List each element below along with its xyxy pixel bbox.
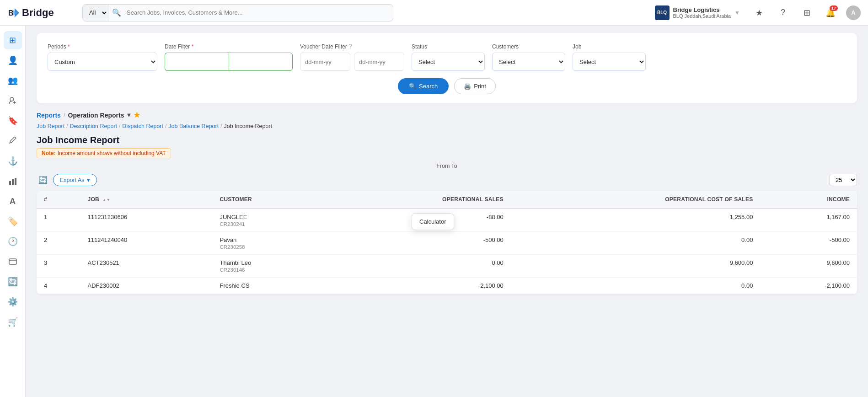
cell-customer: JUNGLEE CR230241	[212, 209, 326, 232]
voucher-help-icon[interactable]: ?	[348, 42, 352, 50]
customer-ref: CR230146	[220, 267, 319, 273]
cell-customer: Thambi Leo CR230146	[212, 255, 326, 278]
customer-name: Thambi Leo	[220, 259, 319, 266]
periods-label: Periods *	[48, 43, 157, 50]
favorite-star-icon[interactable]: ★	[134, 111, 140, 119]
export-chevron-icon: ▾	[87, 177, 90, 183]
col-num: #	[37, 191, 80, 209]
svg-rect-10	[9, 259, 16, 264]
table-row: 2 111241240040 Pavan CR230258 -500.00 0.…	[37, 232, 857, 255]
export-label: Export As	[60, 177, 85, 183]
sidebar-item-tag[interactable]: 🏷️	[4, 212, 22, 231]
company-location: BLQ Jeddah,Saudi Arabia	[673, 13, 731, 19]
company-selector[interactable]: BLQ Bridge Logistics BLQ Jeddah,Saudi Ar…	[651, 4, 744, 22]
search-input[interactable]	[121, 5, 393, 21]
operation-reports-chevron-icon[interactable]: ▼	[126, 112, 132, 118]
subnav-job-income-report: Job Income Report	[224, 123, 272, 129]
sidebar-item-add-user[interactable]	[4, 91, 22, 110]
job-sort-icon[interactable]: ▲▼	[102, 198, 110, 202]
apps-btn[interactable]: ⊞	[798, 5, 815, 21]
periods-select[interactable]: Custom	[48, 53, 157, 71]
sidebar-item-chart[interactable]	[4, 172, 22, 190]
sidebar-item-refresh[interactable]: 🔄	[4, 273, 22, 291]
cell-job[interactable]: 111241240040	[80, 232, 212, 255]
sidebar-item-anchor[interactable]: ⚓	[4, 152, 22, 170]
table-row: 4 ADF230002 Freshie CS -2,100.00 0.00 -2…	[37, 278, 857, 294]
export-button[interactable]: Export As ▾	[53, 174, 97, 186]
cell-job[interactable]: ADF230002	[80, 278, 212, 294]
col-job[interactable]: JOB ▲▼	[80, 191, 212, 209]
notification-count: 17	[830, 5, 838, 11]
toolbar-left: 🔄 Export As ▾	[37, 174, 97, 186]
note-label: Note:	[42, 150, 56, 156]
search-btn-icon: 🔍	[409, 83, 416, 90]
customers-select[interactable]: Select	[492, 53, 565, 71]
status-filter-group: Status Select	[412, 43, 485, 71]
logo-area: B Bridge	[7, 6, 71, 19]
voucher-from-input[interactable]	[300, 53, 350, 71]
print-button[interactable]: 🖨️ Print	[454, 78, 496, 94]
toolbar-right: 25 10 50 100	[830, 174, 857, 186]
periods-required: *	[68, 43, 70, 50]
user-avatar[interactable]: A	[846, 5, 861, 20]
note-box: Note: Income amount shows without includ…	[37, 148, 171, 158]
print-btn-icon: 🖨️	[464, 83, 471, 90]
favorites-btn[interactable]: ★	[751, 5, 767, 21]
search-filter-select[interactable]: All	[83, 5, 108, 21]
status-select[interactable]: Select	[412, 53, 485, 71]
sidebar-item-settings2[interactable]: ⚙️	[4, 293, 22, 311]
search-button[interactable]: 🔍 Search	[398, 78, 449, 94]
subnav-sep1: /	[66, 123, 68, 129]
job-filter-group: Job Select	[573, 43, 646, 71]
data-table: # JOB ▲▼ CUSTOMER OPERATIONAL SALES OPER…	[37, 191, 857, 294]
company-chevron-icon: ▼	[734, 10, 740, 16]
cell-operational-cost: 0.00	[511, 232, 761, 255]
sidebar-item-card[interactable]	[4, 252, 22, 271]
calculator-label: Calculator	[419, 218, 446, 225]
cell-income: -2,100.00	[760, 278, 857, 294]
cell-job[interactable]: 111231230606	[80, 209, 212, 232]
sidebar-item-font[interactable]: A	[4, 192, 22, 210]
sidebar-item-clock[interactable]: 🕐	[4, 232, 22, 251]
job-select[interactable]: Select	[573, 53, 646, 71]
subnav-job-balance-report[interactable]: Job Balance Report	[168, 123, 219, 129]
search-btn-label: Search	[419, 83, 438, 90]
sidebar-item-bookmark[interactable]: 🔖	[4, 112, 22, 130]
sidebar-item-contacts[interactable]: 👥	[4, 71, 22, 90]
help-btn[interactable]: ?	[775, 5, 791, 21]
date-required: *	[192, 43, 194, 50]
sidebar-item-user[interactable]: 👤	[4, 51, 22, 70]
date-to-input[interactable]: 25-01-2024	[229, 53, 293, 71]
voucher-inputs	[300, 53, 404, 71]
sidebar-item-edit[interactable]	[4, 132, 22, 150]
svg-text:B: B	[8, 9, 14, 17]
subnav-sep2: /	[119, 123, 120, 129]
svg-point-4	[10, 97, 14, 101]
cell-num: 3	[37, 255, 80, 278]
cell-customer: Pavan CR230258	[212, 232, 326, 255]
date-from-input[interactable]: 01-01-2023	[165, 53, 229, 71]
company-name: Bridge Logistics	[673, 6, 731, 13]
subnav-description-report[interactable]: Description Report	[70, 123, 118, 129]
col-operational-cost: OPERATIONAL COST OF SALES	[511, 191, 761, 209]
filter-card: Periods * Custom Date Filter * 01-01-202…	[37, 33, 857, 103]
cell-num: 2	[37, 232, 80, 255]
global-search-bar[interactable]: All 🔍	[82, 4, 393, 21]
cell-operational-sales: 0.00	[327, 255, 511, 278]
subnav-dispatch-report[interactable]: Dispatch Report	[122, 123, 163, 129]
table-toolbar: 🔄 Export As ▾ 25 10 50 100	[37, 174, 857, 186]
cell-operational-sales: -500.00	[327, 232, 511, 255]
notifications-btn[interactable]: 🔔 17	[822, 5, 839, 21]
sidebar-item-dashboard[interactable]: ⊞	[4, 31, 22, 49]
page-size-select[interactable]: 25 10 50 100	[830, 174, 857, 186]
logo-text: Bridge	[22, 7, 54, 19]
voucher-to-input[interactable]	[354, 53, 404, 71]
sidebar-item-cart[interactable]: 🛒	[4, 313, 22, 331]
subnav-job-report[interactable]: Job Report	[37, 123, 64, 129]
svg-rect-8	[12, 179, 14, 185]
nav-right: BLQ Bridge Logistics BLQ Jeddah,Saudi Ar…	[651, 4, 861, 22]
cell-job[interactable]: ACT230521	[80, 255, 212, 278]
refresh-button[interactable]: 🔄	[37, 174, 49, 186]
breadcrumb-reports[interactable]: Reports	[37, 112, 61, 119]
col-customer: CUSTOMER	[212, 191, 326, 209]
